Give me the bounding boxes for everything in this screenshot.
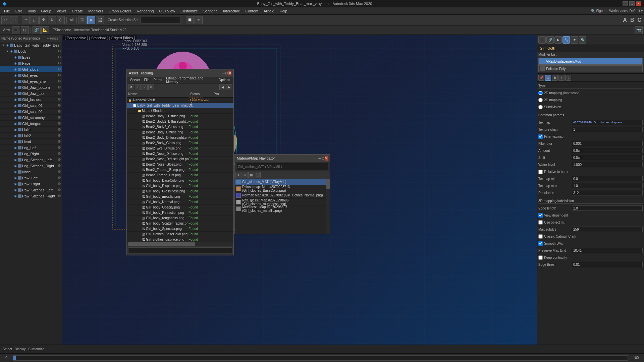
resolution-input[interactable]: [572, 190, 643, 195]
tree-item-hair1[interactable]: ◉Hair1⚙: [0, 127, 62, 133]
tree-item-leg_right[interactable]: ◉Leg_Right⚙: [0, 151, 62, 157]
at-row-22[interactable]: 🖼 Girl_body_roughness.png Found: [127, 216, 233, 221]
texmap-min-input[interactable]: [572, 176, 643, 181]
modifier-moveup-button[interactable]: ↑: [558, 75, 565, 81]
at-menu-options[interactable]: Options: [217, 78, 232, 82]
menu-group[interactable]: Group: [38, 8, 54, 14]
visibility-icon[interactable]: ◉: [14, 170, 17, 174]
tree-modifier-icon[interactable]: ⚙: [57, 139, 62, 144]
rp-utility-tab[interactable]: 🔩: [579, 36, 586, 44]
tree-item-girl_tongue[interactable]: ◉Girl_tongue⚙: [0, 121, 62, 127]
menu-create[interactable]: Create: [69, 8, 86, 14]
tree-modifier-icon[interactable]: ⚙: [57, 97, 62, 102]
menu-scripting[interactable]: Scripting: [201, 8, 220, 14]
minimize-button[interactable]: ─: [623, 1, 628, 6]
menu-civil-view[interactable]: Civil View: [156, 8, 177, 14]
tree-modifier-icon[interactable]: ⚙: [57, 152, 62, 156]
at-scrollbar-horizontal[interactable]: [127, 242, 233, 246]
mn-search-input[interactable]: [236, 163, 328, 170]
menu-graph-editors[interactable]: Graph Editors: [106, 8, 134, 14]
at-row-8[interactable]: 🖼 Bear2_Body_Gloss.png Found: [127, 140, 233, 146]
tree-modifier-icon[interactable]: ⚙: [57, 182, 62, 186]
menu-edit[interactable]: Edit: [13, 8, 24, 14]
at-row-0[interactable]: 🔒 Autodesk Vault Logged Out (Asset Track…: [127, 98, 233, 103]
tree-expand-icon[interactable]: ▼: [5, 49, 9, 53]
at-row-24[interactable]: 🖼 Girl_body_Specular.png Found: [127, 226, 233, 232]
relative-bbox-checkbox[interactable]: [538, 170, 543, 174]
maximize-button[interactable]: □: [629, 1, 635, 6]
at-menu-file[interactable]: File: [142, 78, 151, 82]
tree-item-nose[interactable]: ◉Nose⚙: [0, 169, 62, 175]
close-button[interactable]: ✕: [636, 1, 641, 6]
tree-expand-icon[interactable]: ▼: [1, 43, 5, 47]
mn-medium-view-button[interactable]: ▦: [248, 172, 254, 178]
smooth-uvs-checkbox[interactable]: [538, 241, 543, 246]
texmap-value-input[interactable]: [572, 120, 643, 125]
modifier-movedown-button[interactable]: ↓: [565, 75, 571, 81]
at-refresh-button[interactable]: ↺: [128, 84, 134, 90]
mn-row-0[interactable]: Girl_clothes_MAT ( VRayMtl ): [235, 179, 326, 185]
tree-modifier-icon[interactable]: ⚙: [57, 49, 62, 54]
visibility-icon[interactable]: ◉: [14, 74, 17, 77]
at-row-14[interactable]: 🖼 Bear2_Thread_Diff.png Found: [127, 173, 233, 178]
tree-modifier-icon[interactable]: ⚙: [57, 121, 62, 126]
tree-item-paw_stitches_left[interactable]: ◉Paw_Stitches_Left⚙: [0, 187, 62, 193]
mn-titlebar[interactable]: Material/Map Navigator ─ □ ✕: [235, 155, 330, 162]
mn-row-2[interactable]: Normal: Map #2070297802 (Girl_clothes_No…: [235, 192, 326, 199]
at-menu-paths[interactable]: Paths: [152, 78, 164, 82]
tree-item-girl_scalp02[interactable]: ◉Girl_scalp02⚙: [0, 109, 62, 115]
view-dependent-checkbox[interactable]: [538, 213, 543, 218]
texture-chan-input[interactable]: [572, 127, 643, 132]
view-layout-button[interactable]: ⊞: [12, 26, 20, 34]
visibility-icon[interactable]: ◉: [14, 158, 17, 162]
undo-button[interactable]: ↩: [1, 16, 9, 24]
at-row-13[interactable]: 🖼 Bear2_Thread_Bump.png Found: [127, 167, 233, 173]
timeline-playhead[interactable]: [13, 356, 16, 360]
tree-item-leg_stitches_right[interactable]: ◉Leg_Stitches_Right⚙: [0, 163, 62, 169]
radio-2d[interactable]: [538, 98, 543, 102]
tree-item-face[interactable]: ◉Face⚙: [0, 60, 62, 66]
visibility-icon[interactable]: ◉: [14, 92, 17, 95]
at-row-4[interactable]: 🖼 Bear2_Body2_DiffuseLight.png Found: [127, 119, 233, 124]
tree-modifier-icon[interactable]: ⚙: [57, 91, 62, 96]
angle-snap-button[interactable]: 📐: [41, 26, 49, 34]
modifier-entry-vray-disp[interactable]: VRayDisplacementMod: [538, 58, 643, 65]
at-close-button[interactable]: ✕: [228, 71, 231, 75]
visibility-icon[interactable]: ◉: [14, 122, 17, 125]
visibility-icon[interactable]: ◉: [14, 56, 17, 59]
filter-blur-input[interactable]: [572, 141, 643, 146]
tree-item-hair2[interactable]: ◉Hair2⚙: [0, 133, 62, 139]
visibility-icon[interactable]: ◉: [14, 134, 17, 137]
menu-tools[interactable]: Tools: [24, 8, 39, 14]
edge-thresh-input[interactable]: [572, 262, 643, 267]
mn-icon-view-button[interactable]: ⊞: [242, 172, 248, 178]
tree-item-girl_eyes[interactable]: ◉Girl_eyes⚙: [0, 72, 62, 78]
at-row-12[interactable]: 🖼 Bear2_Nose_Gloss.png Found: [127, 162, 233, 167]
tree-modifier-icon[interactable]: ⚙: [57, 79, 62, 84]
mn-large-view-button[interactable]: ⬛: [255, 172, 261, 178]
menu-rendering[interactable]: Rendering: [134, 8, 157, 14]
visibility-icon[interactable]: ◉: [14, 182, 17, 186]
tree-modifier-icon[interactable]: ⚙: [57, 145, 62, 150]
texmap-max-input[interactable]: [572, 183, 643, 188]
render-setup-button[interactable]: 🎬: [78, 16, 87, 24]
rotate-button[interactable]: ↻: [48, 16, 56, 24]
visibility-icon[interactable]: ◉: [14, 116, 17, 119]
tree-modifier-icon[interactable]: ⚙: [57, 73, 62, 78]
at-row-6[interactable]: 🖼 Bear2_Body_Diffuse.png Found: [127, 130, 233, 135]
visibility-icon[interactable]: ◉: [14, 62, 17, 65]
rp-modifier-tab[interactable]: 🔧: [562, 36, 570, 44]
at-row-7[interactable]: 🖼 Bear2_Body_DiffuseLight.png Found: [127, 135, 233, 140]
render-frame-button[interactable]: 🖼: [96, 16, 104, 24]
tree-modifier-icon[interactable]: ⚙: [57, 103, 62, 108]
tree-modifier-icon[interactable]: ⚙: [57, 115, 62, 120]
at-row-26[interactable]: 🖼 Girl_clothes_displace.png Found: [127, 237, 233, 242]
visibility-icon[interactable]: ◉: [14, 98, 17, 101]
visibility-icon[interactable]: ◉: [10, 50, 13, 53]
at-row-9[interactable]: 🖼 Bear2_Eye_Diffuse.png Found: [127, 146, 233, 151]
catmull-clark-checkbox[interactable]: [538, 234, 543, 239]
tree-item-baby_girl_with_teddy_bear[interactable]: ▼◉Baby_Girl_with_Teddy_Bear: [0, 42, 62, 48]
tree-modifier-icon[interactable]: ⚙: [57, 109, 62, 114]
tree-item-paw_left[interactable]: ◉Paw_Left⚙: [0, 175, 62, 181]
menu-customize[interactable]: Customize: [178, 8, 201, 14]
